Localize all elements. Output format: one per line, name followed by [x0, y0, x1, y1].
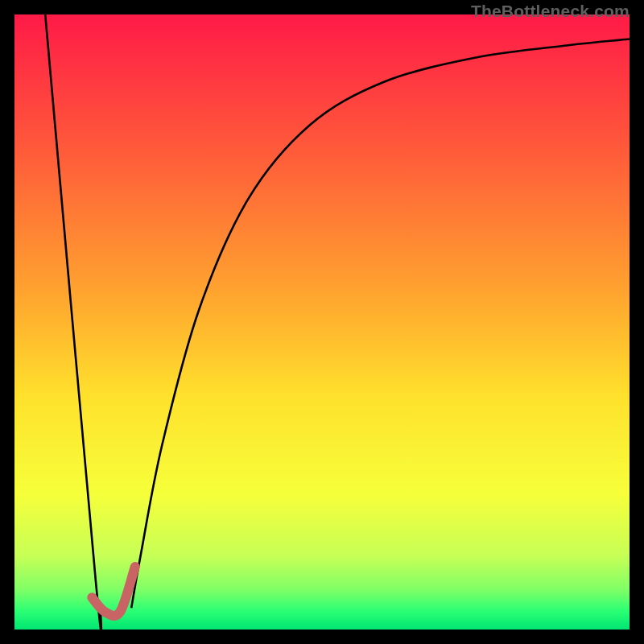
chart-frame: TheBottleneck.com	[0, 0, 644, 644]
gradient-background	[14, 14, 630, 630]
plot-area	[14, 14, 630, 630]
chart-svg	[14, 14, 630, 630]
watermark-text: TheBottleneck.com	[471, 2, 630, 21]
